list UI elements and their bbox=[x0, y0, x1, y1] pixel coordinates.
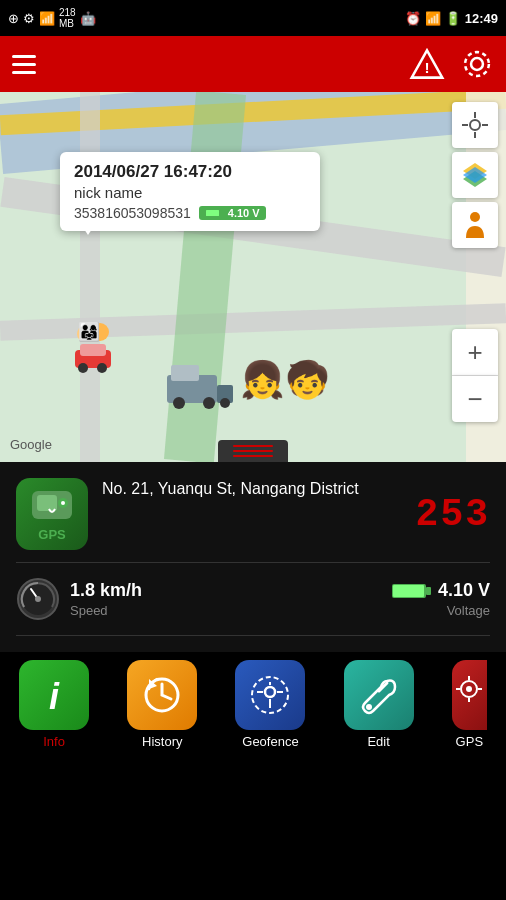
svg-rect-5 bbox=[221, 211, 224, 215]
svg-rect-39 bbox=[426, 587, 431, 595]
svg-point-26 bbox=[173, 397, 185, 409]
divider-2 bbox=[16, 635, 490, 636]
svg-point-15 bbox=[470, 212, 480, 222]
address-text: No. 21, Yuanqu St, Nangang District bbox=[102, 478, 402, 500]
memory-label: 218MB bbox=[59, 7, 76, 29]
nav-right-icons: ! bbox=[410, 47, 494, 81]
voltage-label: Voltage bbox=[392, 603, 490, 618]
info-nav-label: Info bbox=[43, 734, 65, 749]
nav-item-history[interactable]: History bbox=[127, 660, 197, 749]
geofence-nav-label: Geofence bbox=[242, 734, 298, 749]
battery-voltage-icon bbox=[392, 581, 432, 601]
add-icon: ⊕ bbox=[8, 11, 19, 26]
svg-point-21 bbox=[78, 363, 88, 373]
marker-car[interactable]: 👨‍👩‍👧 bbox=[70, 322, 130, 372]
info-icon: i bbox=[34, 675, 74, 715]
callout-datetime: 2014/06/27 16:47:20 bbox=[74, 162, 306, 182]
speedometer-icon bbox=[16, 577, 60, 621]
callout-device-info: 353816053098531 4.10 V bbox=[74, 205, 306, 221]
geofence-nav-icon-box bbox=[235, 660, 305, 730]
hamburger-menu[interactable] bbox=[12, 55, 36, 74]
bottom-nav: i Info History Geo bbox=[0, 652, 506, 759]
edit-nav-icon-box bbox=[344, 660, 414, 730]
warning-icon[interactable]: ! bbox=[410, 47, 444, 81]
svg-rect-31 bbox=[37, 495, 57, 511]
alarm-icon: ⏰ bbox=[405, 11, 421, 26]
history-icon bbox=[141, 674, 183, 716]
history-nav-icon-box bbox=[127, 660, 197, 730]
svg-point-28 bbox=[220, 398, 230, 408]
status-left-icons: ⊕ ⚙ 📶 218MB 🤖 bbox=[8, 7, 96, 29]
gps-label: GPS bbox=[38, 527, 65, 542]
svg-point-2 bbox=[471, 58, 483, 70]
map-callout: 2014/06/27 16:47:20 nick name 3538160530… bbox=[60, 152, 320, 231]
svg-point-3 bbox=[465, 52, 489, 76]
info-nav-icon-box: i bbox=[19, 660, 89, 730]
layers-button[interactable] bbox=[452, 152, 498, 198]
zoom-controls: + − bbox=[452, 329, 498, 422]
slide-handle[interactable] bbox=[218, 440, 288, 462]
nav-item-gps[interactable]: GPS bbox=[452, 660, 487, 749]
nav-item-edit[interactable]: Edit bbox=[344, 660, 414, 749]
svg-rect-6 bbox=[206, 210, 219, 216]
battery-charging-icon: 🔋 bbox=[445, 11, 461, 26]
svg-point-33 bbox=[61, 501, 65, 505]
svg-rect-40 bbox=[393, 585, 424, 597]
top-nav: ! bbox=[0, 36, 506, 92]
svg-rect-20 bbox=[80, 344, 106, 356]
svg-point-50 bbox=[366, 704, 372, 710]
svg-text:!: ! bbox=[424, 59, 429, 76]
history-nav-label: History bbox=[142, 734, 182, 749]
map-controls bbox=[452, 102, 498, 248]
geofence-icon bbox=[249, 674, 291, 716]
svg-text:👧🧒: 👧🧒 bbox=[240, 358, 330, 401]
svg-point-53 bbox=[466, 686, 472, 692]
divider-1 bbox=[16, 562, 490, 563]
map-area[interactable]: 2014/06/27 16:47:20 nick name 3538160530… bbox=[0, 92, 506, 462]
wifi-icon: 📶 bbox=[425, 11, 441, 26]
svg-text:i: i bbox=[49, 676, 60, 717]
svg-point-22 bbox=[97, 363, 107, 373]
settings-status-icon: ⚙ bbox=[23, 11, 35, 26]
speed-stat: 1.8 km/h Speed bbox=[16, 577, 142, 621]
svg-point-7 bbox=[470, 120, 480, 130]
time-display: 12:49 bbox=[465, 11, 498, 26]
svg-rect-24 bbox=[171, 365, 199, 381]
gps-icon-box: GPS bbox=[16, 478, 88, 550]
gps-nav-label: GPS bbox=[456, 734, 483, 749]
status-bar: ⊕ ⚙ 📶 218MB 🤖 ⏰ 📶 🔋 12:49 bbox=[0, 0, 506, 36]
speed-label: Speed bbox=[70, 603, 142, 618]
stats-row: 1.8 km/h Speed 4.10 V Voltage bbox=[16, 571, 490, 627]
zoom-out-button[interactable]: − bbox=[452, 376, 498, 422]
signal-icon: 📶 bbox=[39, 11, 55, 26]
person-button[interactable] bbox=[452, 202, 498, 248]
status-right-icons: ⏰ 📶 🔋 12:49 bbox=[405, 11, 498, 26]
edit-icon bbox=[359, 675, 399, 715]
voltage-value: 4.10 V bbox=[438, 580, 490, 601]
callout-device-id: 353816053098531 bbox=[74, 205, 191, 221]
nav-item-info[interactable]: i Info bbox=[19, 660, 89, 749]
svg-point-45 bbox=[265, 687, 275, 697]
callout-battery: 4.10 V bbox=[199, 206, 266, 220]
edit-nav-label: Edit bbox=[367, 734, 389, 749]
voltage-stat: 4.10 V Voltage bbox=[392, 580, 490, 618]
zoom-in-button[interactable]: + bbox=[452, 329, 498, 375]
nav-item-geofence[interactable]: Geofence bbox=[235, 660, 305, 749]
svg-text:👨‍👩‍👧: 👨‍👩‍👧 bbox=[78, 321, 101, 343]
google-logo: Google bbox=[10, 437, 52, 452]
odometer-value: 253 bbox=[416, 493, 490, 536]
marker-person[interactable]: 👧🧒 bbox=[240, 352, 300, 407]
android-icon: 🤖 bbox=[80, 11, 96, 26]
speed-value: 1.8 km/h bbox=[70, 580, 142, 601]
gps-nav-icon-box bbox=[452, 660, 487, 730]
svg-point-37 bbox=[35, 596, 41, 602]
gear-icon[interactable] bbox=[460, 47, 494, 81]
info-panel: GPS No. 21, Yuanqu St, Nangang District … bbox=[0, 462, 506, 652]
marker-truck[interactable] bbox=[165, 357, 235, 412]
callout-name: nick name bbox=[74, 184, 306, 201]
gps-nav-icon bbox=[454, 674, 484, 716]
locate-button[interactable] bbox=[452, 102, 498, 148]
svg-point-27 bbox=[203, 397, 215, 409]
